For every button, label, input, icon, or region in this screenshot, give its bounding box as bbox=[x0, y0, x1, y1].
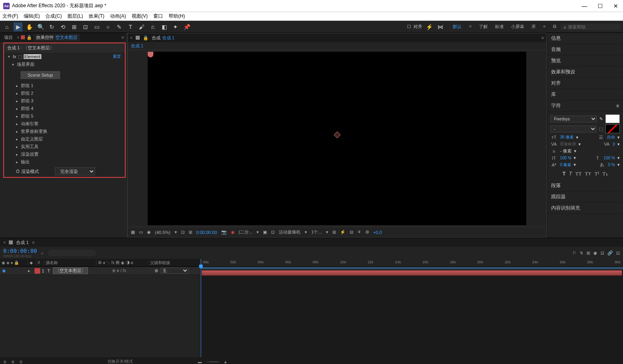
zoom-level[interactable]: (40.5%) bbox=[155, 230, 171, 235]
lock-icon[interactable]: 🔒 bbox=[143, 35, 149, 41]
eyedropper-icon[interactable]: ✎ bbox=[599, 116, 603, 122]
menu-composition[interactable]: 合成(C) bbox=[45, 13, 62, 20]
table-row[interactable]: ◉ ▸ 1 T 〈空文本图层〉 ⊕ ♦ / fx ⊚ 无 bbox=[0, 267, 200, 275]
pen-tool-icon[interactable]: ✎ bbox=[115, 22, 124, 31]
parent-pickwhip-icon[interactable]: ⊚ bbox=[155, 268, 158, 273]
group-anim[interactable]: ▸动画引擎 bbox=[4, 120, 125, 128]
viewer-canvas[interactable] bbox=[148, 52, 526, 225]
motion-blur-icon[interactable]: ◉ bbox=[593, 250, 597, 256]
playhead[interactable] bbox=[201, 259, 201, 357]
no-stroke-icon[interactable]: ⬚ bbox=[599, 126, 603, 132]
panel-menu-icon[interactable]: ≡ bbox=[122, 35, 124, 40]
zoom-tool-icon[interactable]: 🔍 bbox=[36, 22, 45, 31]
parent-select[interactable]: 无 bbox=[161, 268, 189, 274]
resolution-icon[interactable]: ⊡ bbox=[181, 230, 185, 235]
panel-paragraph[interactable]: 段落 bbox=[547, 180, 623, 191]
timeline-close-icon[interactable]: × bbox=[3, 240, 6, 245]
workspace-small[interactable]: 小屏幕 bbox=[511, 24, 524, 30]
workspace-more-icon[interactable]: » bbox=[543, 24, 546, 30]
brush-tool-icon[interactable]: 🖌 bbox=[137, 22, 146, 31]
chevron-down-icon[interactable]: ▾ bbox=[12, 63, 17, 67]
panel-audio[interactable]: 音频 bbox=[547, 44, 623, 55]
camera-dropdown[interactable]: 活动摄像机 bbox=[279, 229, 301, 235]
mask-icon[interactable]: ◉ bbox=[147, 230, 151, 235]
zoom-out-icon[interactable]: ⊖ bbox=[19, 360, 22, 364]
selection-tool-icon[interactable]: ▶ bbox=[14, 22, 22, 31]
rect-tool-icon[interactable]: ▭ bbox=[92, 22, 101, 31]
baseline-value[interactable]: 0 像素 bbox=[560, 162, 571, 168]
zoom-slider-out-icon[interactable]: ▬ bbox=[198, 360, 202, 364]
panel-info[interactable]: 信息 bbox=[547, 33, 623, 44]
anchor-tool-icon[interactable]: ⊡ bbox=[81, 22, 90, 31]
hand-tool-icon[interactable]: ✋ bbox=[25, 22, 34, 31]
maximize-button[interactable]: ☐ bbox=[596, 3, 605, 9]
toggle-switches-icon[interactable]: ⊚ bbox=[3, 360, 6, 364]
panel-menu-icon[interactable]: ≡ bbox=[616, 103, 619, 109]
search-help[interactable]: ⌕ bbox=[560, 24, 621, 30]
snapshot-icon[interactable]: 📷 bbox=[221, 230, 227, 235]
attachment-icon[interactable]: 🔗 bbox=[607, 250, 613, 256]
timeline-search-input[interactable] bbox=[48, 250, 96, 256]
fast-preview-icon[interactable]: ⚡ bbox=[340, 230, 346, 235]
workspace-edit-icon[interactable]: ⊟ bbox=[553, 24, 556, 30]
views-dropdown[interactable]: 1个... bbox=[311, 229, 322, 235]
layer-duration-bar[interactable] bbox=[202, 270, 622, 276]
panel-menu-icon[interactable]: ≡ bbox=[542, 35, 544, 40]
stroke-width-value[interactable]: - 像素 bbox=[560, 148, 572, 154]
smallcaps-button[interactable]: Tᴛ bbox=[585, 171, 591, 177]
bold-button[interactable]: T bbox=[562, 171, 566, 177]
transparency-icon[interactable]: ⊡ bbox=[271, 230, 275, 235]
menu-help[interactable]: 帮助(H) bbox=[169, 13, 185, 20]
menu-edit[interactable]: 编辑(E) bbox=[24, 13, 40, 20]
toggle-switches-modes[interactable]: 切换开关/模式 bbox=[108, 359, 133, 364]
kerning-value[interactable]: 度量标准 bbox=[560, 141, 576, 147]
snap-more-icon[interactable]: ⋈ bbox=[436, 22, 445, 31]
col-source-name[interactable]: 源名称 bbox=[44, 260, 96, 266]
menu-view[interactable]: 视图(V) bbox=[132, 13, 148, 20]
italic-button[interactable]: T bbox=[569, 171, 572, 177]
flowchart-icon[interactable]: ⚘ bbox=[357, 230, 361, 235]
render-mode-select[interactable]: 完全渲染 bbox=[55, 167, 95, 175]
stopwatch-icon[interactable]: Ö bbox=[16, 169, 20, 174]
menu-effect[interactable]: 效果(T) bbox=[89, 13, 104, 20]
tsume-value[interactable]: 0 % bbox=[608, 163, 615, 167]
font-style-select[interactable]: - bbox=[550, 126, 597, 132]
exposure-value[interactable]: +0.0 bbox=[373, 230, 382, 235]
minimize-button[interactable]: — bbox=[580, 3, 589, 9]
panel-tracker[interactable]: 跟踪器 bbox=[547, 191, 623, 203]
home-icon[interactable]: ⌂ bbox=[2, 22, 11, 31]
anchor-point-icon[interactable] bbox=[334, 132, 340, 138]
group-custom[interactable]: ▸自定义图层 bbox=[4, 135, 125, 143]
chevron-down-icon[interactable]: ▾ bbox=[8, 55, 13, 59]
tab-close-icon[interactable]: × bbox=[17, 35, 19, 40]
menu-file[interactable]: 文件(F) bbox=[2, 13, 18, 20]
tab-project[interactable]: 项目 bbox=[2, 34, 15, 41]
group-3[interactable]: ▸群组 3 bbox=[4, 97, 125, 105]
superscript-button[interactable]: T¹ bbox=[594, 171, 599, 177]
region-icon[interactable]: ▣ bbox=[263, 230, 267, 235]
tracking-value[interactable]: 0 bbox=[613, 142, 615, 146]
panel-preview[interactable]: 预览 bbox=[547, 55, 623, 67]
group-world[interactable]: ▸世界坐标变换 bbox=[4, 128, 125, 135]
group-render[interactable]: ▸渲染设置 bbox=[4, 150, 125, 158]
group-util[interactable]: ▸实用工具 bbox=[4, 143, 125, 150]
hscale-value[interactable]: 100 % bbox=[604, 156, 615, 160]
screen-icon[interactable]: ▭ bbox=[139, 230, 143, 235]
graph-editor-icon[interactable]: ⊡ bbox=[601, 250, 604, 256]
camera-tool-icon[interactable]: ⊞ bbox=[70, 22, 79, 31]
effect-element[interactable]: ▾ fx ⬚ Element 重置 bbox=[4, 53, 125, 61]
lock-icon[interactable]: 🔒 bbox=[26, 35, 32, 40]
close-button[interactable]: ✕ bbox=[612, 3, 620, 9]
visibility-toggle-icon[interactable]: ◉ bbox=[0, 268, 8, 273]
fill-color-swatch[interactable] bbox=[605, 114, 620, 123]
group-2[interactable]: ▸群组 2 bbox=[4, 89, 125, 97]
panel-library[interactable]: 库 bbox=[547, 89, 623, 100]
group-4[interactable]: ▸群组 4 bbox=[4, 105, 125, 112]
viewer-tab[interactable]: 合成 合成 1 bbox=[152, 35, 174, 41]
alpha-icon[interactable]: ▦ bbox=[131, 230, 135, 235]
resolution-dropdown[interactable]: (二分... bbox=[239, 229, 253, 235]
font-size-value[interactable]: 36 像素 bbox=[560, 134, 574, 140]
search-input[interactable] bbox=[568, 24, 617, 29]
timeline-tab[interactable]: 合成 1 bbox=[16, 240, 29, 246]
fx-icon[interactable]: fx bbox=[13, 54, 16, 59]
